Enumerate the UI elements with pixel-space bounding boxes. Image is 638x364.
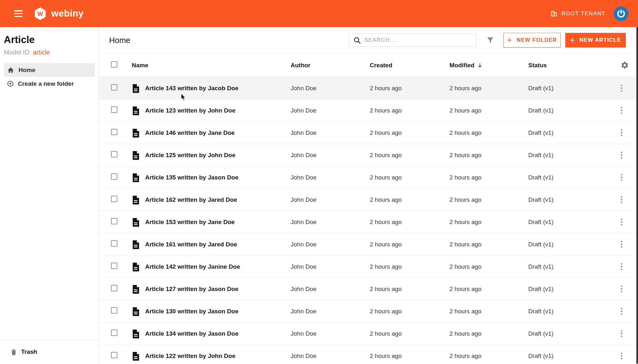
entry-modified: 2 hours ago [449,353,528,360]
entry-author: John Doe [291,85,370,92]
entry-title[interactable]: Article 127 written by Jason Doe [145,286,239,293]
entry-author: John Doe [291,196,370,203]
row-checkbox[interactable] [111,285,117,291]
entry-title[interactable]: Article 161 written by Jared Doe [145,241,237,248]
entry-modified: 2 hours ago [449,241,528,248]
row-actions-menu[interactable] [619,217,624,227]
table-row[interactable]: Article 161 written by Jared Doe John Do… [99,233,638,256]
column-header-created[interactable]: Created [370,62,449,69]
entry-title[interactable]: Article 143 written by Jacob Doe [145,85,239,92]
sidebar: Article Model ID: article Home [0,27,99,364]
entry-title[interactable]: Article 134 written by Jason Doe [145,330,239,337]
entry-status: Draft (v1) [528,330,618,337]
entry-modified: 2 hours ago [449,286,528,293]
row-checkbox[interactable] [111,352,117,358]
sidebar-item-trash[interactable]: Trash [0,339,99,364]
entry-title[interactable]: Article 146 written by Jane Doe [145,129,235,136]
row-actions-menu[interactable] [619,240,624,249]
table-row[interactable]: Article 123 written by John Doe John Doe… [99,99,638,122]
search-input[interactable] [364,37,473,43]
row-actions-menu[interactable] [619,173,624,182]
table-row[interactable]: Article 143 written by Jacob Doe John Do… [99,77,638,99]
row-actions-menu[interactable] [619,284,624,294]
user-avatar[interactable] [614,6,628,21]
select-all-checkbox[interactable] [111,61,117,68]
filter-button[interactable] [486,36,494,44]
row-actions-menu[interactable] [619,262,624,272]
content-area: Home + NEW FOLDER [99,27,638,364]
new-folder-button[interactable]: + NEW FOLDER [503,33,561,47]
entry-status: Draft (v1) [528,241,618,248]
entry-modified: 2 hours ago [449,85,528,92]
entry-title[interactable]: Article 135 written by Jason Doe [145,174,239,181]
webiny-logo-icon[interactable]: W [34,7,46,20]
row-checkbox[interactable] [111,307,117,314]
topbar-left: W webiny [14,7,84,20]
row-checkbox[interactable] [111,218,117,224]
table-row[interactable]: Article 122 written by John Doe John Doe… [99,345,638,364]
row-checkbox[interactable] [111,129,117,135]
entry-title[interactable]: Article 142 written by Janine Doe [145,263,240,270]
table-settings-button[interactable] [619,60,630,70]
sidebar-item-home[interactable]: Home [4,63,95,77]
column-header-modified[interactable]: Modified [449,62,528,69]
table-row[interactable]: Article 142 written by Janine Doe John D… [99,256,638,278]
row-checkbox[interactable] [111,263,117,269]
entry-author: John Doe [291,174,370,181]
plus-icon: + [507,36,512,44]
table-row[interactable]: Article 134 written by Jason Doe John Do… [99,323,638,345]
topbar-right: ROOT TENANT [550,6,628,21]
row-actions-menu[interactable] [619,150,624,160]
row-actions-menu[interactable] [619,128,624,138]
row-checkbox[interactable] [111,84,117,91]
table-row[interactable]: Article 146 written by Jane Doe John Doe… [99,122,638,144]
kebab-icon [621,196,622,203]
menu-icon[interactable] [14,10,23,17]
row-checkbox[interactable] [111,106,117,113]
row-checkbox[interactable] [111,240,117,247]
table-row[interactable]: Article 162 written by Jared Doe John Do… [99,189,638,211]
row-actions-menu[interactable] [619,307,624,316]
document-icon [132,329,140,339]
entry-title[interactable]: Article 122 written by John Doe [145,353,235,360]
table-row[interactable]: Article 153 written by Jane Doe John Doe… [99,211,638,233]
row-actions-menu[interactable] [619,106,624,115]
entry-status: Draft (v1) [528,129,618,136]
sidebar-item-create-folder[interactable]: Create a new folder [4,77,95,91]
column-header-author[interactable]: Author [291,62,370,69]
entry-title[interactable]: Article 130 written by Jason Doe [145,308,239,315]
entry-created: 2 hours ago [370,263,449,270]
row-actions-menu[interactable] [619,84,624,93]
entry-title[interactable]: Article 162 written by Jared Doe [145,196,237,203]
entry-created: 2 hours ago [370,196,449,203]
tenant-selector[interactable]: ROOT TENANT [550,10,605,17]
column-header-status[interactable]: Status [528,62,618,69]
entry-created: 2 hours ago [370,85,449,92]
document-icon [132,128,140,138]
vertical-scrollbar[interactable] [636,27,638,364]
row-actions-menu[interactable] [619,351,624,361]
row-checkbox[interactable] [111,173,117,180]
row-checkbox[interactable] [111,196,117,202]
entry-title[interactable]: Article 153 written by Jane Doe [145,219,235,226]
breadcrumb[interactable]: Home [109,36,130,45]
document-icon [132,240,140,249]
kebab-icon [621,107,622,114]
row-checkbox[interactable] [111,330,117,336]
column-header-name[interactable]: Name [132,62,291,69]
row-actions-menu[interactable] [619,195,624,205]
table-row[interactable]: Article 125 written by John Doe John Doe… [99,144,638,166]
entry-title[interactable]: Article 125 written by John Doe [145,152,235,159]
entry-author: John Doe [291,353,370,360]
entry-title[interactable]: Article 123 written by John Doe [145,107,235,114]
row-checkbox[interactable] [111,151,117,157]
row-actions-menu[interactable] [619,329,624,339]
entry-created: 2 hours ago [370,241,449,248]
home-icon [7,67,14,74]
table-row[interactable]: Article 130 written by Jason Doe John Do… [99,300,638,323]
entry-modified: 2 hours ago [449,308,528,315]
table-row[interactable]: Article 127 written by Jason Doe John Do… [99,278,638,300]
model-id-value[interactable]: article [33,49,50,56]
new-article-button[interactable]: + NEW ARTICLE [565,33,626,47]
table-row[interactable]: Article 135 written by Jason Doe John Do… [99,166,638,189]
